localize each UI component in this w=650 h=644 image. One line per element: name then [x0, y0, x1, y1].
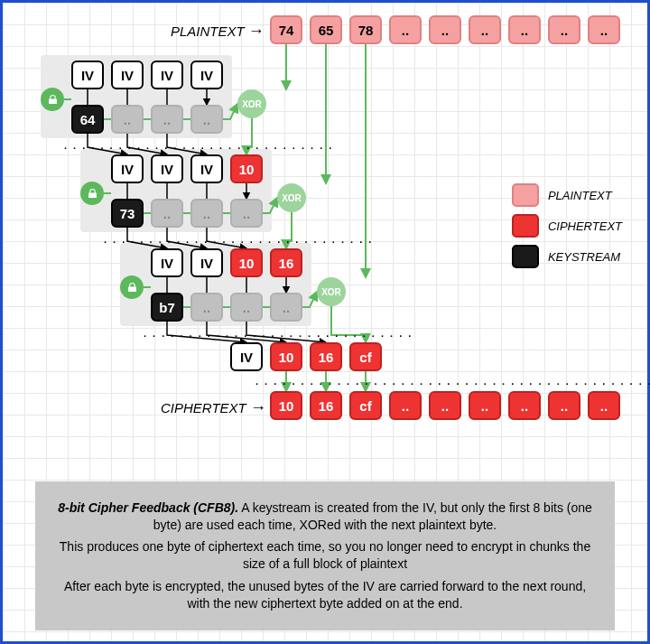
ciphertext-byte: 10: [270, 342, 302, 371]
lock-icon: [41, 88, 64, 111]
plaintext-byte: ..: [508, 15, 541, 44]
keystream-byte-unused: ..: [230, 199, 263, 228]
ciphertext-byte: cf: [349, 342, 382, 371]
ciphertext-byte: ..: [389, 391, 422, 420]
lock-icon: [120, 275, 144, 299]
iv-byte: IV: [111, 154, 144, 183]
keystream-byte-unused: ..: [151, 199, 183, 228]
legend-row: PLAINTEXT: [512, 183, 622, 207]
keystream-byte-unused: ..: [190, 293, 223, 322]
ciphertext-byte: ..: [588, 391, 620, 420]
ciphertext-byte: 16: [310, 391, 342, 420]
caption-box: 8-bit Cipher Feedback (CFB8). A keystrea…: [35, 481, 615, 630]
ciphertext-byte: 16: [310, 342, 342, 371]
keystream-byte-unused: ..: [190, 199, 223, 228]
diagram-canvas: PLAINTEXT → 74 65 78 .. .. .. .. .. .. I…: [0, 0, 650, 644]
iv-byte: IV: [111, 61, 144, 89]
ciphertext-byte: ..: [469, 391, 501, 420]
iv-byte: IV: [190, 248, 223, 277]
iv-byte: IV: [230, 342, 263, 371]
plaintext-byte: 65: [310, 15, 342, 44]
caption-line: This produces one byte of ciphertext eac…: [57, 538, 593, 573]
keystream-byte-unused: ..: [151, 105, 183, 134]
ciphertext-byte: 10: [230, 248, 263, 277]
plaintext-byte: ..: [429, 15, 461, 44]
keystream-byte-unused: ..: [111, 105, 144, 134]
ciphertext-byte: ..: [429, 391, 461, 420]
ciphertext-byte: 16: [270, 248, 302, 277]
iv-byte: IV: [190, 61, 223, 89]
xor-circle: XOR: [237, 89, 266, 118]
keystream-byte: b7: [151, 293, 183, 322]
legend-row: CIPHERTEXT: [512, 214, 622, 238]
plaintext-byte: ..: [469, 15, 501, 44]
keystream-byte-unused: ..: [190, 105, 223, 134]
legend-swatch: [512, 245, 539, 268]
iv-byte: IV: [71, 61, 104, 89]
ciphertext-label: CIPHERTEXT →: [161, 398, 266, 417]
legend-swatch: [512, 183, 539, 207]
iv-byte: IV: [151, 248, 183, 277]
legend-row: KEYSTREAM: [512, 245, 622, 268]
ciphertext-byte: 10: [230, 154, 263, 183]
caption-line: 8-bit Cipher Feedback (CFB8). A keystrea…: [57, 499, 593, 534]
xor-circle: XOR: [317, 277, 346, 306]
plaintext-byte: 74: [270, 15, 302, 44]
plaintext-byte: ..: [588, 15, 620, 44]
keystream-byte-unused: ..: [230, 293, 263, 322]
plaintext-label: PLAINTEXT →: [171, 22, 265, 41]
plaintext-byte: 78: [349, 15, 382, 44]
keystream-byte: 73: [111, 199, 144, 228]
plaintext-byte: ..: [389, 15, 422, 44]
legend-swatch: [512, 214, 539, 238]
keystream-byte-unused: ..: [270, 293, 302, 322]
caption-line: After each byte is encrypted, the unused…: [57, 578, 593, 612]
iv-byte: IV: [190, 154, 223, 183]
iv-byte: IV: [151, 61, 183, 89]
ciphertext-byte: ..: [548, 391, 580, 420]
xor-circle: XOR: [277, 183, 306, 212]
legend: PLAINTEXT CIPHERTEXT KEYSTREAM: [512, 176, 622, 275]
iv-byte: IV: [151, 154, 183, 183]
lock-icon: [80, 182, 104, 205]
ciphertext-byte: ..: [508, 391, 541, 420]
ciphertext-byte: cf: [349, 391, 382, 420]
plaintext-byte: ..: [548, 15, 580, 44]
keystream-byte: 64: [71, 105, 104, 134]
ciphertext-byte: 10: [270, 391, 302, 420]
